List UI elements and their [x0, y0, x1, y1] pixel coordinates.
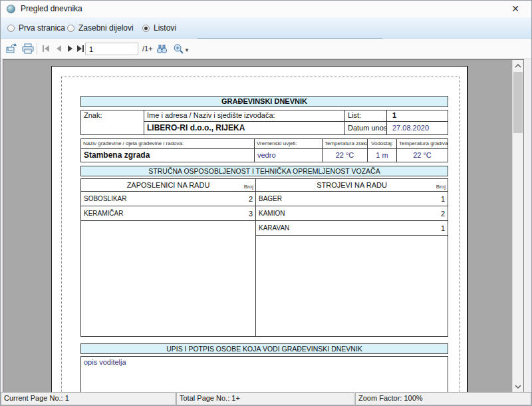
vodostaj-label: Vodostaj:: [367, 139, 396, 148]
list-label: List:: [344, 110, 386, 121]
find-button[interactable]: [154, 41, 170, 56]
chevron-up-icon: [515, 64, 521, 68]
naziv-value: Stambena zgrada: [81, 148, 254, 162]
notes-box: opis voditelja: [80, 356, 448, 393]
preview-window: Pregled dnevnika ✕ Prva stranica Zasebni…: [0, 0, 532, 406]
workers-machines-table: ZAPOSLENICI NA RADU Broj SOBOSLIKAR 2 KE…: [80, 178, 448, 337]
ime-label: Ime i adresa / Naziv i sjedište izvođača…: [144, 110, 344, 121]
radio-label: Zasebni dijelovi: [78, 23, 134, 33]
first-page-icon: [41, 45, 51, 53]
temp-gradiva-label: Temperatura gradiva:: [396, 139, 448, 148]
machines-title: STROJEVI NA RADU: [256, 179, 448, 191]
page-number-input[interactable]: [85, 43, 138, 55]
vertical-scrollbar[interactable]: [512, 60, 523, 392]
status-total-page: Total Page No.: 1+: [176, 392, 354, 405]
ime-value: LIBERO-RI d.o.o., RIJEKA: [144, 121, 344, 134]
table-row: BAGER 1: [256, 192, 448, 206]
print-button[interactable]: [20, 41, 36, 56]
zoom-dropdown-caret-icon[interactable]: ▼: [184, 47, 190, 53]
workers-column: ZAPOSLENICI NA RADU Broj SOBOSLIKAR 2 KE…: [81, 179, 256, 336]
workers-title: ZAPOSLENICI NA RADU: [81, 179, 255, 191]
export-button[interactable]: [4, 41, 20, 56]
temp-gradiva-value: 22 °C: [396, 148, 448, 162]
table-row: KERAMIČAR 3: [81, 206, 255, 221]
print-icon: [21, 43, 35, 55]
control-bar: Prva stranica Zasebni dijelovi Listovi P…: [1, 17, 531, 39]
scroll-down-button[interactable]: [513, 381, 523, 392]
toolbar: /1+ ▼: [1, 39, 531, 59]
radio-listovi[interactable]: Listovi: [142, 23, 176, 33]
radio-icon: [67, 25, 74, 32]
radio-zasebni-dijelovi[interactable]: Zasebni dijelovi: [67, 23, 134, 33]
section-title-osposobljenost: STRUČNA OSPOSOBLJENOST I TEHNIČKA OPREML…: [80, 166, 448, 176]
vremenski-value: vedro: [254, 148, 322, 162]
chevron-down-icon: [515, 385, 521, 389]
workers-broj-label: Broj: [244, 184, 253, 190]
list-value: 1: [386, 110, 448, 121]
machines-broj-label: Broj: [436, 184, 446, 190]
app-icon: [7, 5, 15, 13]
title-bar: Pregled dnevnika ✕: [1, 1, 531, 17]
radio-label: Prva stranica: [19, 23, 65, 33]
datum-value: 27.08.2020: [386, 121, 448, 134]
radio-icon: [7, 25, 15, 32]
report-page: GRAĐEVINSKI DNEVNIK Znak: Ime i adresa /…: [51, 66, 468, 393]
radio-prva-stranica[interactable]: Prva stranica: [7, 23, 65, 33]
temp-zraka-value: 22 °C: [322, 148, 367, 162]
radio-label: Listovi: [154, 23, 176, 33]
table-row: KAMION 2: [256, 206, 448, 221]
find-icon: [156, 44, 168, 54]
naziv-label: Naziv građevine / djela građevine i rado…: [81, 139, 254, 148]
export-icon: [5, 43, 19, 55]
report-header-table: Znak: Ime i adresa / Naziv i sjedište iz…: [80, 110, 448, 135]
zoom-icon: [173, 43, 184, 55]
scroll-up-button[interactable]: [513, 60, 523, 71]
machines-column: STROJEVI NA RADU Broj BAGER 1 KAMION 2: [256, 179, 448, 336]
window-title: Pregled dnevnika: [21, 4, 82, 13]
total-pages-label: /1+: [142, 45, 153, 53]
radio-selected-icon: [142, 25, 150, 32]
temp-zraka-label: Temperatura zraka:: [322, 139, 367, 148]
table-row: SOBOSLIKAR 2: [81, 192, 255, 206]
report-content: GRAĐEVINSKI DNEVNIK Znak: Ime i adresa /…: [80, 96, 448, 393]
table-row: KARAVAN 1: [256, 221, 448, 236]
status-bar: Current Page No.: 1 Total Page No.: 1+ Z…: [1, 392, 531, 405]
znak-label: Znak:: [81, 110, 144, 134]
status-zoom-factor: Zoom Factor: 100%: [355, 392, 531, 405]
last-page-icon: [76, 45, 85, 53]
section-title-upis: UPIS I POTPIS OSOBE KOJA VODI GRAĐEVINSK…: [80, 343, 448, 354]
conditions-table: Naziv građevine / djela građevine i rado…: [80, 138, 448, 162]
datum-label: Datum unosa:: [344, 121, 386, 134]
preview-pane[interactable]: GRAĐEVINSKI DNEVNIK Znak: Ime i adresa /…: [3, 59, 524, 393]
toolbar-separator: [37, 43, 37, 55]
report-title: GRAĐEVINSKI DNEVNIK: [80, 96, 448, 107]
scrollbar-thumb[interactable]: [513, 72, 523, 133]
vremenski-label: Vremenski uvjeti:: [254, 139, 322, 148]
status-current-page: Current Page No.: 1: [1, 392, 176, 405]
vodostaj-value: 1 m: [367, 148, 396, 162]
close-button[interactable]: ✕: [508, 3, 523, 15]
